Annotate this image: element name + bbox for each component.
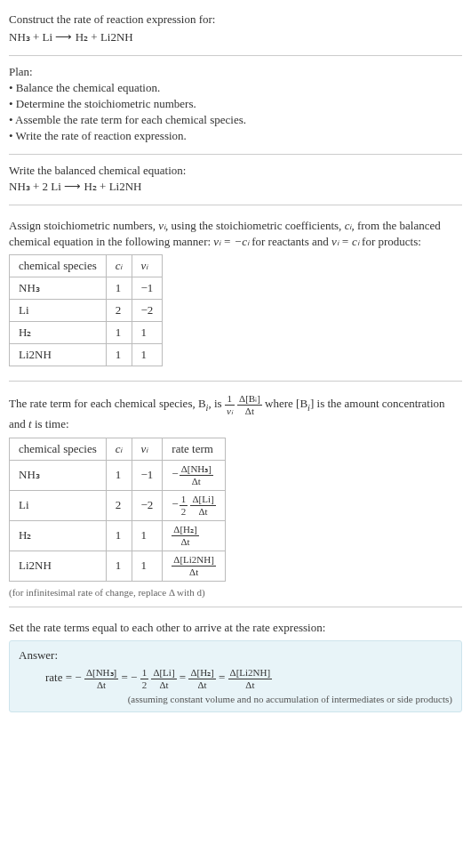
text: for reactants and <box>249 235 331 248</box>
rateterm-intro: The rate term for each chemical species,… <box>9 394 462 432</box>
cell-nui: −2 <box>132 300 163 322</box>
final-intro: Set the rate terms equal to each other t… <box>9 620 462 636</box>
cell-ci: 1 <box>106 277 132 300</box>
plan-section: Plan: Balance the chemical equation. Det… <box>9 60 462 150</box>
cell-ci: 1 <box>106 520 132 551</box>
cell-rate: Δ[H₂]Δt <box>163 520 226 551</box>
delta-note: (for infinitesimal rate of change, repla… <box>9 587 462 598</box>
text: = <box>219 671 228 685</box>
col-ci: cᵢ <box>106 438 132 460</box>
balanced-equation: NH₃ + 2 Li ⟶ H₂ + Li2NH <box>9 180 462 194</box>
stoich-table: chemical species cᵢ νᵢ NH₃ 1 −1 Li 2 −2 … <box>9 254 163 366</box>
cell-nui: 1 <box>132 344 163 366</box>
rateterm-section: The rate term for each chemical species,… <box>9 385 462 603</box>
cell-species: NH₃ <box>10 460 107 490</box>
text: = − <box>121 671 137 685</box>
cell-species: Li2NH <box>10 344 107 366</box>
cell-rate: −Δ[NH₃]Δt <box>163 460 226 490</box>
unbalanced-equation: NH₃ + Li ⟶ H₂ + Li2NH <box>9 30 462 44</box>
cell-rate: −12 Δ[Li]Δt <box>163 490 226 520</box>
text: = <box>180 671 189 685</box>
fraction: Δ[Li]Δt <box>151 668 176 690</box>
table-row: NH₃ 1 −1 <box>10 277 163 300</box>
stoich-intro: Assign stoichiometric numbers, νᵢ, using… <box>9 218 462 249</box>
plan-label: Plan: <box>9 65 462 79</box>
cell-nui: 1 <box>132 322 163 344</box>
table-row: Li2NH 1 1 <box>10 344 163 366</box>
cell-ci: 1 <box>106 460 132 490</box>
fraction: Δ[Li2NH]Δt <box>228 668 273 690</box>
stoich-section: Assign stoichiometric numbers, νᵢ, using… <box>9 209 462 377</box>
cell-species: Li <box>10 490 107 520</box>
fraction: 12 <box>140 668 149 690</box>
text: where [B <box>265 398 307 411</box>
text: is time: <box>32 417 69 430</box>
text: for products: <box>359 235 421 248</box>
cell-ci: 1 <box>106 322 132 344</box>
table-row: Li 2 −2 <box>10 300 163 322</box>
table-row: NH₃ 1 −1 −Δ[NH₃]Δt <box>10 460 226 490</box>
text: rate = − <box>45 671 82 685</box>
cell-nui: −1 <box>132 460 163 490</box>
cell-species: H₂ <box>10 322 107 344</box>
nu-i: νᵢ <box>158 219 165 232</box>
balanced-label: Write the balanced chemical equation: <box>9 164 462 178</box>
table-header-row: chemical species cᵢ νᵢ rate term <box>10 438 226 460</box>
prompt-text: Construct the rate of reaction expressio… <box>9 12 462 27</box>
text: , using the stoichiometric coefficients, <box>165 219 345 232</box>
divider <box>9 381 462 382</box>
text: The rate term for each chemical species,… <box>9 398 206 411</box>
divider <box>9 55 462 56</box>
text: Assign stoichiometric numbers, <box>9 219 158 232</box>
plan-item: Assemble the rate term for each chemical… <box>9 113 462 127</box>
relation-products: νᵢ = cᵢ <box>331 235 359 248</box>
cell-nui: 1 <box>132 551 163 581</box>
rateterm-table: chemical species cᵢ νᵢ rate term NH₃ 1 −… <box>9 438 226 582</box>
text: , is <box>209 398 225 411</box>
divider <box>9 607 462 607</box>
plan-list: Balance the chemical equation. Determine… <box>9 81 462 143</box>
plan-item: Write the rate of reaction expression. <box>9 129 462 143</box>
col-species: chemical species <box>10 255 107 277</box>
fraction: 1νᵢ <box>225 394 235 416</box>
cell-ci: 1 <box>106 344 132 366</box>
cell-species: NH₃ <box>10 277 107 300</box>
divider <box>9 205 462 205</box>
col-nui: νᵢ <box>132 438 163 460</box>
final-section: Set the rate terms equal to each other t… <box>9 611 462 719</box>
col-rate: rate term <box>163 438 226 460</box>
table-row: H₂ 1 1 Δ[H₂]Δt <box>10 520 226 551</box>
cell-species: H₂ <box>10 520 107 551</box>
fraction: Δ[NH₃]Δt <box>84 668 118 690</box>
col-species: chemical species <box>10 438 107 460</box>
cell-ci: 1 <box>106 551 132 581</box>
rate-expression: rate = − Δ[NH₃]Δt = − 12 Δ[Li]Δt = Δ[H₂]… <box>45 668 452 690</box>
cell-nui: −1 <box>132 277 163 300</box>
table-row: H₂ 1 1 <box>10 322 163 344</box>
col-nui: νᵢ <box>132 255 163 277</box>
cell-species: Li2NH <box>10 551 107 581</box>
cell-nui: 1 <box>132 520 163 551</box>
table-row: Li 2 −2 −12 Δ[Li]Δt <box>10 490 226 520</box>
cell-nui: −2 <box>132 490 163 520</box>
balanced-section: Write the balanced chemical equation: NH… <box>9 158 462 201</box>
plan-item: Balance the chemical equation. <box>9 81 462 95</box>
divider <box>9 154 462 155</box>
cell-species: Li <box>10 300 107 322</box>
fraction: Δ[Bᵢ]Δt <box>237 394 262 416</box>
relation-reactants: νᵢ = −cᵢ <box>213 235 249 248</box>
answer-note: (assuming constant volume and no accumul… <box>19 694 452 704</box>
cell-ci: 2 <box>106 490 132 520</box>
answer-label: Answer: <box>19 648 452 663</box>
cell-ci: 2 <box>106 300 132 322</box>
col-ci: cᵢ <box>106 255 132 277</box>
fraction: Δ[H₂]Δt <box>188 668 215 690</box>
table-row: Li2NH 1 1 Δ[Li2NH]Δt <box>10 551 226 581</box>
answer-box: Answer: rate = − Δ[NH₃]Δt = − 12 Δ[Li]Δt… <box>9 640 462 712</box>
cell-rate: Δ[Li2NH]Δt <box>163 551 226 581</box>
table-header-row: chemical species cᵢ νᵢ <box>10 255 163 277</box>
header-section: Construct the rate of reaction expressio… <box>9 7 462 52</box>
plan-item: Determine the stoichiometric numbers. <box>9 97 462 111</box>
